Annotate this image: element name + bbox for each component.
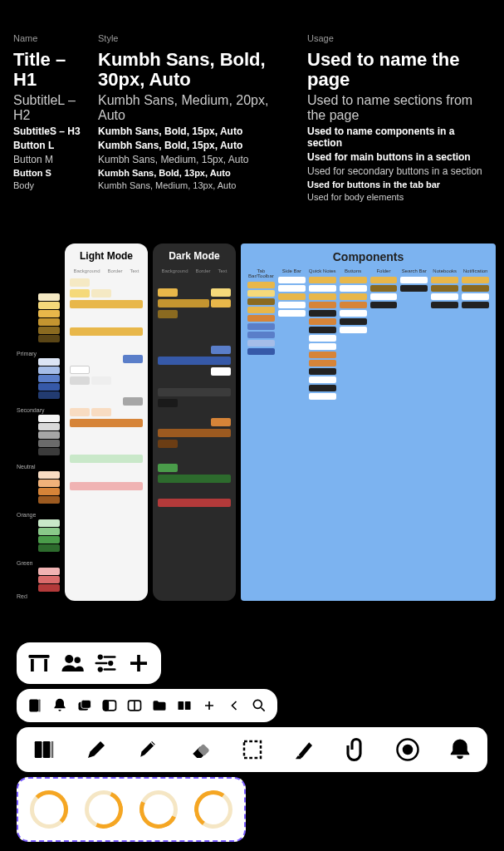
eraser-icon[interactable] (188, 737, 213, 762)
select-icon[interactable] (240, 737, 265, 762)
icon-row-1 (17, 642, 161, 684)
dark-mode-panel: Dark Mode BackgroundBorderText (153, 243, 236, 601)
type-row-name: Button L (13, 140, 88, 151)
type-row-name: SubtitleL – H2 (13, 93, 88, 123)
search-icon[interactable] (251, 697, 267, 714)
svg-rect-11 (29, 700, 38, 712)
color-panels: Primary Secondary Neutral Orange Green R… (17, 243, 496, 601)
svg-rect-8 (95, 662, 108, 665)
svg-rect-19 (179, 701, 184, 710)
svg-point-9 (98, 667, 103, 672)
icon-row-2 (17, 689, 277, 722)
paperclip-icon[interactable] (344, 737, 369, 762)
book-icon[interactable] (27, 697, 43, 714)
type-row-style: Kumbh Sans, Bold, 15px, Auto (98, 140, 297, 151)
type-row-style: Kumbh Sans, Medium, 20px, Auto (98, 93, 297, 123)
col-header-style: Style (98, 33, 297, 43)
col-header-name: Name (13, 33, 88, 43)
sliders-icon[interactable] (93, 651, 118, 676)
svg-rect-12 (38, 700, 40, 712)
svg-rect-24 (51, 741, 54, 758)
svg-point-3 (65, 655, 73, 663)
type-row-name: Button M (13, 154, 88, 165)
svg-rect-23 (43, 741, 51, 758)
bell-large-icon[interactable] (448, 737, 472, 762)
spinner-4 (194, 790, 232, 829)
cards-icon[interactable] (176, 697, 193, 714)
pen-icon[interactable] (135, 737, 160, 762)
type-row-name: SubtitleS – H3 (13, 125, 88, 137)
marker-icon[interactable] (291, 737, 316, 762)
spinner-1 (30, 790, 68, 829)
type-row-usage: Used to name sections from the page (307, 93, 491, 123)
plus-small-icon[interactable] (201, 697, 218, 714)
type-row-usage: Used for secondary buttons in a section (307, 165, 491, 177)
sidebar-left-icon[interactable] (101, 697, 118, 714)
svg-point-7 (108, 661, 113, 666)
type-row-style: Kumbh Sans, Medium, 13px, Auto (98, 180, 297, 190)
svg-rect-14 (81, 701, 91, 709)
svg-point-21 (253, 701, 262, 709)
typography-table: Name Title – H1 SubtitleL – H2 SubtitleS… (13, 33, 491, 202)
svg-point-5 (98, 655, 103, 660)
chevron-left-icon[interactable] (226, 697, 242, 714)
type-row-name: Body (13, 180, 88, 190)
svg-rect-22 (35, 741, 42, 758)
plus-icon[interactable] (126, 651, 151, 676)
type-row-name: Button S (13, 168, 88, 178)
svg-rect-1 (31, 659, 34, 671)
svg-rect-10 (104, 669, 116, 671)
components-panel: Components Tab Bar/Toolbar Side Bar Quic… (241, 243, 496, 601)
sidebar-split-icon[interactable] (126, 697, 143, 714)
spinner-3 (139, 790, 178, 829)
type-row-usage: Used to name the page (307, 50, 491, 90)
folder-icon[interactable] (151, 697, 168, 714)
type-row-name: Title – H1 (13, 50, 88, 90)
light-mode-panel: Light Mode BackgroundBorderText (65, 243, 148, 601)
type-row-style: Kumbh Sans, Bold, 15px, Auto (98, 125, 297, 137)
type-row-style: Kumbh Sans, Bold, 13px, Auto (98, 168, 297, 178)
type-row-style: Kumbh Sans, Medium, 15px, Auto (98, 154, 297, 165)
spinner-2 (85, 790, 123, 829)
record-icon[interactable] (395, 737, 420, 762)
svg-rect-20 (185, 701, 191, 710)
bell-icon[interactable] (51, 697, 68, 714)
svg-rect-16 (104, 701, 109, 711)
svg-point-28 (403, 745, 413, 755)
books-icon[interactable] (32, 737, 56, 762)
svg-rect-2 (44, 659, 47, 671)
type-row-usage: Used for body elements (307, 192, 491, 202)
svg-rect-0 (29, 655, 50, 658)
svg-rect-26 (244, 741, 261, 758)
pencil-icon[interactable] (84, 737, 109, 762)
windows-icon[interactable] (76, 697, 93, 714)
svg-rect-6 (104, 657, 116, 659)
spinner-row (17, 777, 246, 842)
icon-row-3 (17, 727, 487, 772)
color-category-labels: Primary Secondary Neutral Orange Green R… (17, 243, 60, 601)
type-row-usage: Used for main buttons in a section (307, 151, 491, 163)
type-row-usage: Used for buttons in the tab bar (307, 180, 491, 189)
table-icon[interactable] (27, 651, 51, 676)
col-header-usage: Usage (307, 33, 491, 43)
people-icon[interactable] (60, 651, 85, 676)
type-row-usage: Used to name components in a section (307, 125, 491, 149)
svg-point-4 (75, 657, 81, 664)
type-row-style: Kumbh Sans, Bold, 30px, Auto (98, 50, 297, 90)
